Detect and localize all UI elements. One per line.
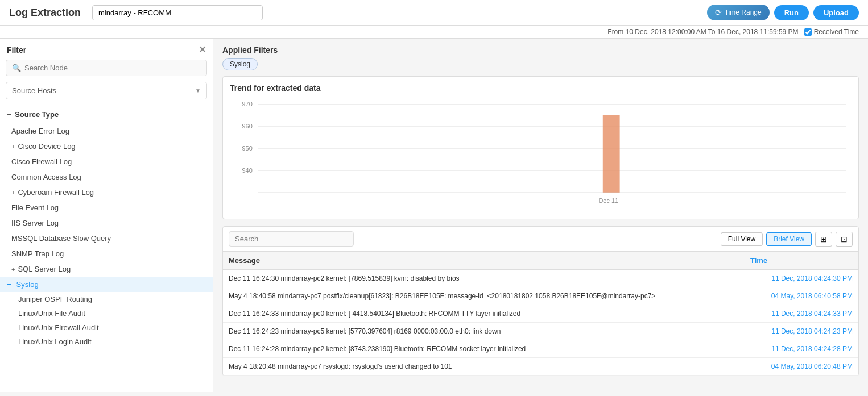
page-title: Log Extraction — [9, 7, 81, 19]
expand-icon: + — [11, 143, 15, 150]
results-table: Message Time Dec 11 16:24:30 mindarray-p… — [223, 252, 858, 376]
table-row[interactable]: Dec 11 16:24:28 mindarray-pc2 kernel: [8… — [223, 340, 858, 358]
upload-button[interactable]: Upload — [813, 5, 859, 20]
results-search-input[interactable] — [229, 231, 354, 247]
filter-close-icon[interactable]: ✕ — [199, 44, 206, 55]
main-content: Applied Filters Syslog Trend for extract… — [213, 39, 868, 392]
source-type-section: − Source Type — [0, 105, 213, 123]
results-toolbar: Full View Brief View ⊞ ⊡ — [223, 227, 858, 252]
filter-header: Filter ✕ — [0, 44, 213, 60]
time-cell: 04 May, 2018 06:40:58 PM — [745, 287, 858, 305]
node-search-input[interactable] — [24, 64, 201, 72]
sidebar-item-linux-login-audit[interactable]: Linux/Unix Login Audit — [0, 335, 213, 349]
source-hosts-dropdown[interactable]: Source Hosts ▼ — [6, 82, 207, 99]
sidebar-item-file-event-log[interactable]: File Event Log — [0, 200, 213, 215]
sidebar-item-juniper-ospf[interactable]: Juniper OSPF Routing — [0, 292, 213, 306]
sidebar-item-iis-server-log[interactable]: IIS Server Log — [0, 215, 213, 231]
svg-text:950: 950 — [242, 144, 253, 151]
sidebar-item-cisco-firewall-log[interactable]: Cisco Firewall Log — [0, 154, 213, 169]
chart-container: 970 960 950 940 Dec 11 — [230, 98, 852, 212]
columns-icon-button[interactable]: ⊞ — [815, 232, 832, 247]
table-row[interactable]: Dec 11 16:24:23 mindarray-pc5 kernel: [5… — [223, 323, 858, 340]
sidebar-sub-item-label: Linux/Unix Login Audit — [18, 337, 92, 346]
message-cell: Dec 11 16:24:33 mindarray-pc0 kernel: [ … — [223, 305, 745, 323]
main-search-input[interactable] — [92, 5, 263, 20]
sidebar-item-label: Syslog — [16, 280, 39, 289]
chart-section: Trend for extracted data 970 960 950 940 — [222, 76, 859, 219]
header-actions: Time Range Run Upload — [707, 5, 859, 20]
message-cell: Dec 11 16:24:28 mindarray-pc2 kernel: [8… — [223, 340, 745, 358]
time-cell: 11 Dec, 2018 04:24:30 PM — [745, 270, 858, 287]
sidebar-item-cisco-device-log[interactable]: + Cisco Device Log — [0, 139, 213, 154]
run-button[interactable]: Run — [774, 5, 809, 20]
time-cell: 11 Dec, 2018 04:24:33 PM — [745, 305, 858, 323]
chart-svg: 970 960 950 940 Dec 11 — [230, 98, 852, 212]
svg-text:Dec 11: Dec 11 — [598, 197, 618, 204]
source-type-label: Source Type — [15, 110, 59, 119]
sidebar-item-label: Cisco Device Log — [18, 142, 75, 151]
received-time-label: Received Time — [814, 28, 859, 36]
svg-rect-9 — [603, 115, 620, 193]
message-cell: May 4 18:20:48 mindarray-pc7 rsyslogd: r… — [223, 358, 745, 376]
syslog-filter-tag[interactable]: Syslog — [222, 58, 258, 70]
filter-label: Filter — [7, 45, 26, 55]
applied-filters-section: Applied Filters Syslog — [222, 45, 859, 70]
applied-filters-title: Applied Filters — [222, 45, 859, 55]
collapse-syslog-icon[interactable]: − — [7, 280, 11, 289]
message-cell: May 4 18:40:58 mindarray-pc7 postfix/cle… — [223, 287, 745, 305]
sidebar-item-mssql-slow-query[interactable]: MSSQL Database Slow Query — [0, 231, 213, 246]
svg-text:940: 940 — [242, 166, 253, 173]
time-column-header: Time — [745, 252, 858, 270]
header-search-area — [92, 5, 696, 20]
view-toggle-buttons: Full View Brief View ⊞ ⊡ — [721, 232, 853, 247]
sidebar-item-snmp-trap-log[interactable]: SNMP Trap Log — [0, 246, 213, 261]
chevron-down-icon: ▼ — [195, 87, 201, 94]
sidebar-item-label: Common Access Log — [11, 173, 81, 181]
collapse-source-type-icon[interactable]: − — [7, 110, 11, 119]
sidebar-item-sql-server-log[interactable]: + SQL Server Log — [0, 261, 213, 277]
results-table-body: Dec 11 16:24:30 mindarray-pc2 kernel: [7… — [223, 270, 858, 376]
sidebar-item-linux-file-audit[interactable]: Linux/Unix File Audit — [0, 306, 213, 320]
sidebar-item-syslog[interactable]: − Syslog — [0, 277, 213, 292]
time-cell: 04 May, 2018 06:20:48 PM — [745, 358, 858, 376]
time-range-button[interactable]: Time Range — [707, 5, 770, 20]
export-icon-button[interactable]: ⊡ — [836, 232, 853, 247]
node-search-area: 🔍 — [6, 60, 207, 76]
sidebar-item-label: MSSQL Database Slow Query — [11, 234, 111, 243]
message-cell: Dec 11 16:24:23 mindarray-pc5 kernel: [5… — [223, 323, 745, 340]
sidebar-item-apache-error-log[interactable]: Apache Error Log — [0, 123, 213, 139]
sidebar-sub-item-label: Linux/Unix Firewall Audit — [18, 323, 99, 332]
date-range-text: From 10 Dec, 2018 12:00:00 AM To 16 Dec,… — [607, 28, 798, 36]
sidebar-item-label: Cyberoam Firewall Log — [18, 188, 94, 197]
sidebar-item-label: SQL Server Log — [18, 265, 71, 273]
source-hosts-label: Source Hosts — [12, 86, 56, 95]
sidebar-item-label: IIS Server Log — [11, 219, 59, 227]
time-cell: 11 Dec, 2018 04:24:23 PM — [745, 323, 858, 340]
sidebar-item-cyberoam-firewall-log[interactable]: + Cyberoam Firewall Log — [0, 185, 213, 200]
table-row[interactable]: Dec 11 16:24:30 mindarray-pc2 kernel: [7… — [223, 270, 858, 287]
sub-header: From 10 Dec, 2018 12:00:00 AM To 16 Dec,… — [0, 26, 868, 39]
expand-icon: + — [11, 189, 15, 196]
received-time-checkbox[interactable] — [804, 28, 812, 36]
received-time-checkbox-area: Received Time — [804, 28, 859, 36]
expand-icon: + — [11, 266, 15, 273]
table-row[interactable]: Dec 11 16:24:33 mindarray-pc0 kernel: [ … — [223, 305, 858, 323]
results-table-header: Message Time — [223, 252, 858, 270]
message-column-header: Message — [223, 252, 745, 270]
chart-title: Trend for extracted data — [230, 84, 852, 93]
sidebar-item-label: File Event Log — [11, 203, 59, 212]
main-layout: Filter ✕ 🔍 Source Hosts ▼ − Source Type … — [0, 39, 868, 392]
header: Log Extraction Time Range Run Upload — [0, 0, 868, 26]
sidebar: Filter ✕ 🔍 Source Hosts ▼ − Source Type … — [0, 39, 213, 392]
search-icon: 🔍 — [12, 64, 21, 72]
time-cell: 11 Dec, 2018 04:24:28 PM — [745, 340, 858, 358]
full-view-button[interactable]: Full View — [721, 232, 763, 246]
sidebar-item-label: SNMP Trap Log — [11, 249, 64, 258]
sidebar-sub-item-label: Juniper OSPF Routing — [18, 295, 92, 303]
table-row[interactable]: May 4 18:20:48 mindarray-pc7 rsyslogd: r… — [223, 358, 858, 376]
brief-view-button[interactable]: Brief View — [766, 232, 812, 246]
sidebar-item-common-access-log[interactable]: Common Access Log — [0, 169, 213, 185]
table-row[interactable]: May 4 18:40:58 mindarray-pc7 postfix/cle… — [223, 287, 858, 305]
sidebar-item-linux-firewall-audit[interactable]: Linux/Unix Firewall Audit — [0, 320, 213, 335]
svg-text:970: 970 — [242, 100, 253, 107]
